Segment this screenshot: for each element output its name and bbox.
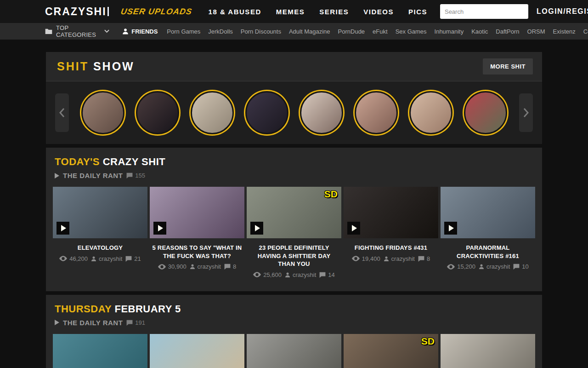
video-card[interactable]: SD: [344, 334, 438, 368]
video-title[interactable]: PARANORMAL CRACKTIVITIES #161: [441, 244, 535, 260]
friend-site-link[interactable]: PornDude: [338, 28, 365, 35]
video-thumbnail[interactable]: [441, 334, 535, 368]
friend-links: Porn GamesJerkDollsPorn DiscountsAdult M…: [167, 28, 588, 35]
daily-rant-comment-count: 191: [126, 319, 145, 326]
section-todays-crazy-shit: TODAY'S CRAZY SHIT THE DAILY RANT 155 EL…: [46, 148, 542, 291]
friend-site-link[interactable]: Porn Games: [167, 28, 200, 35]
video-card[interactable]: [441, 334, 535, 368]
person-icon: [384, 256, 389, 262]
video-title[interactable]: FIGHTING FRIDAYS #431: [344, 244, 438, 252]
video-card[interactable]: [150, 334, 244, 368]
friends-link[interactable]: FRIENDS: [122, 28, 158, 35]
friend-site-link[interactable]: DaftPorn: [496, 28, 519, 35]
site-logo[interactable]: CRAZYSHI: [45, 6, 109, 18]
author-value: crazyshit: [391, 255, 415, 262]
carousel-thumbnail[interactable]: [463, 90, 509, 136]
comment-icon: [513, 264, 520, 270]
video-meta: 25,600 crazyshit 14: [247, 271, 341, 278]
person-icon: [91, 256, 96, 262]
video-thumbnail[interactable]: [441, 187, 535, 238]
topnav-menu-item[interactable]: VIDEOS: [363, 8, 394, 16]
topnav-menu-item[interactable]: PICS: [408, 8, 427, 16]
author-stat[interactable]: crazyshit: [190, 263, 221, 270]
play-button[interactable]: [444, 222, 457, 235]
play-button[interactable]: [153, 222, 166, 235]
author-stat[interactable]: crazyshit: [479, 263, 510, 270]
video-thumbnail[interactable]: [344, 187, 438, 238]
carousel-thumbnail[interactable]: [353, 90, 399, 136]
carousel-thumbnail[interactable]: [299, 90, 345, 136]
comment-count-value: 155: [135, 172, 145, 179]
friend-site-link[interactable]: Inhumanity: [435, 28, 464, 35]
play-button[interactable]: [347, 222, 360, 235]
thumbnail-image: [355, 91, 398, 134]
friend-site-link[interactable]: Kaotic: [471, 28, 488, 35]
friend-site-link[interactable]: JerkDolls: [208, 28, 232, 35]
views-value: 19,400: [362, 255, 380, 262]
shit-show-panel: SHIT SHOW MORE SHIT: [46, 52, 542, 144]
daily-rant-link[interactable]: THE DAILY RANT 155: [55, 172, 535, 179]
author-stat[interactable]: crazyshit: [91, 255, 122, 262]
play-icon: [255, 225, 260, 231]
friend-site-link[interactable]: eFukt: [373, 28, 388, 35]
play-button[interactable]: [57, 222, 69, 235]
friend-site-link[interactable]: Existenz: [553, 28, 576, 35]
carousel-thumbnail[interactable]: [80, 90, 126, 136]
video-card[interactable]: [247, 334, 341, 368]
daily-rant-link[interactable]: THE DAILY RANT 191: [55, 319, 535, 327]
video-thumbnail[interactable]: SD: [247, 187, 341, 238]
video-title[interactable]: 23 PEOPLE DEFINITELY HAVING A SHITTIER D…: [247, 244, 341, 268]
video-title[interactable]: 5 REASONS TO SAY "WHAT IN THE FUCK WAS T…: [150, 244, 244, 260]
video-thumbnail[interactable]: [247, 334, 341, 368]
author-stat[interactable]: crazyshit: [285, 271, 316, 278]
login-register-button[interactable]: LOGIN/REGISTER: [537, 7, 588, 16]
video-title[interactable]: ELEVATOLOGY: [53, 244, 147, 252]
friend-site-link[interactable]: Sex Games: [396, 28, 427, 35]
daily-rant-label: THE DAILY RANT: [63, 172, 123, 179]
friend-site-link[interactable]: Porn Discounts: [241, 28, 281, 35]
carousel-thumbnail[interactable]: [189, 90, 235, 136]
more-shit-button[interactable]: MORE SHIT: [483, 58, 533, 75]
carousel-thumbnail[interactable]: [408, 90, 454, 136]
comment-icon: [418, 256, 424, 262]
views-stat: 30,900: [158, 263, 187, 270]
video-thumbnail[interactable]: [150, 187, 244, 238]
friend-site-link[interactable]: ORSM: [527, 28, 545, 35]
video-thumbnail[interactable]: [53, 187, 147, 238]
search-input[interactable]: [445, 8, 526, 15]
video-card[interactable]: FIGHTING FRIDAYS #431 19,400 crazyshit 8: [344, 187, 438, 278]
play-triangle-icon: [55, 173, 59, 178]
carousel-prev-button[interactable]: [55, 93, 69, 132]
author-value: crazyshit: [486, 263, 510, 270]
carousel-thumbnail[interactable]: [135, 90, 181, 136]
topnav-menu-item[interactable]: SERIES: [319, 8, 349, 16]
video-card[interactable]: ELEVATOLOGY 46,200 crazyshit 21: [53, 187, 147, 278]
topnav-menu-item[interactable]: MEMES: [276, 8, 305, 16]
video-thumbnail[interactable]: [150, 334, 244, 368]
friend-site-link[interactable]: Adult Magazine: [289, 28, 330, 35]
comments-stat: 21: [125, 255, 141, 262]
author-stat[interactable]: crazyshit: [384, 255, 415, 262]
play-icon: [449, 225, 454, 231]
top-categories-dropdown[interactable]: TOP CATEGORIES: [45, 24, 109, 38]
video-thumbnail[interactable]: SD: [344, 334, 438, 368]
video-card[interactable]: 5 REASONS TO SAY "WHAT IN THE FUCK WAS T…: [150, 187, 244, 278]
carousel-next-button[interactable]: [519, 93, 533, 132]
video-card[interactable]: PARANORMAL CRACKTIVITIES #161 15,200 cra…: [441, 187, 535, 278]
friend-site-link[interactable]: Celebs: [583, 28, 588, 35]
video-thumbnail[interactable]: [53, 334, 147, 368]
video-card[interactable]: [53, 334, 147, 368]
person-icon: [285, 272, 290, 278]
views-stat: 46,200: [59, 255, 88, 262]
comment-count-value: 191: [135, 319, 145, 326]
topnav-menu: 18 & ABUSEDMEMESSERIESVIDEOSPICS: [209, 8, 427, 16]
section-title: TODAY'S CRAZY SHIT: [53, 156, 535, 168]
play-button[interactable]: [250, 222, 263, 235]
topnav-menu-item[interactable]: 18 & ABUSED: [209, 8, 261, 16]
thumbnail-image: [409, 91, 452, 134]
video-card[interactable]: SD 23 PEOPLE DEFINITELY HAVING A SHITTIE…: [247, 187, 341, 278]
search-box[interactable]: [440, 4, 528, 19]
thumbnail-image: [81, 91, 124, 134]
section-title-rest: CRAZY SHIT: [103, 156, 166, 167]
carousel-thumbnail[interactable]: [244, 90, 290, 136]
